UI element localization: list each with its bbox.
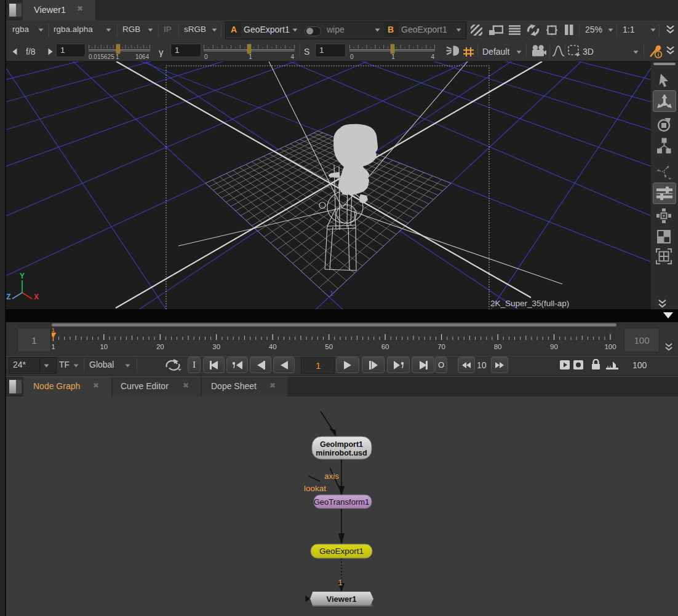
svg-text:lookat: lookat <box>304 484 326 493</box>
svg-text:100: 100 <box>604 343 616 350</box>
svg-text:0: 0 <box>350 53 354 60</box>
svg-text:1: 1 <box>249 53 252 60</box>
svg-text:1: 1 <box>330 290 333 297</box>
svg-text:40: 40 <box>269 343 277 350</box>
svg-text:0.015625: 0.015625 <box>89 53 114 60</box>
svg-text:minirobot.usd: minirobot.usd <box>316 449 367 457</box>
svg-text:axis: axis <box>324 472 339 481</box>
svg-text:2K_Super_35(full-ap): 2K_Super_35(full-ap) <box>490 299 569 308</box>
svg-text:GeoImport1: GeoImport1 <box>320 440 363 449</box>
svg-text:GeoExport1: GeoExport1 <box>319 547 364 556</box>
svg-text:1: 1 <box>116 53 119 60</box>
svg-text:4: 4 <box>290 53 294 60</box>
svg-text:30: 30 <box>212 343 220 350</box>
svg-text:60: 60 <box>381 343 389 350</box>
svg-text:1: 1 <box>338 578 342 587</box>
svg-text:0: 0 <box>204 53 208 60</box>
svg-text:i: i <box>658 52 659 58</box>
svg-text:1064: 1064 <box>135 53 150 60</box>
svg-text:Viewer1: Viewer1 <box>327 594 357 604</box>
svg-text:50: 50 <box>325 343 333 350</box>
svg-text:1: 1 <box>52 343 55 350</box>
svg-text:20: 20 <box>156 343 164 350</box>
svg-text:90: 90 <box>550 343 558 350</box>
svg-text:4: 4 <box>431 53 434 60</box>
svg-text:1: 1 <box>391 53 395 60</box>
svg-text:70: 70 <box>437 343 445 350</box>
svg-text:10: 10 <box>100 343 108 350</box>
svg-text:1: 1 <box>52 328 55 333</box>
svg-text:GeoTransform1: GeoTransform1 <box>314 497 370 507</box>
svg-text:80: 80 <box>494 343 502 350</box>
svg-text:Y: Y <box>20 272 25 280</box>
svg-text:X: X <box>34 293 39 301</box>
svg-text:Z: Z <box>6 293 10 301</box>
